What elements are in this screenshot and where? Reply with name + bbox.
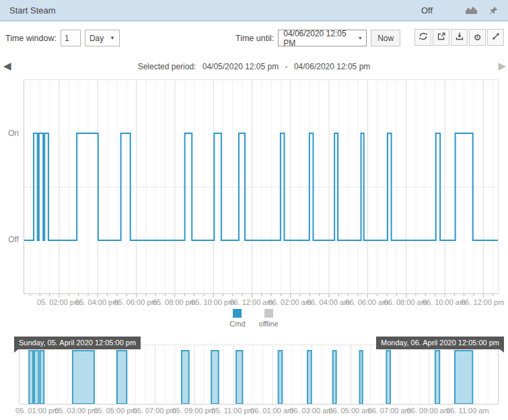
time-until-group: Time until: 04/06/2020 12:05 PM ▾ Now — [235, 30, 400, 46]
x-tick-label: 06. 04:00 am — [307, 298, 350, 306]
period-navigation: ◀ Selected period: 04/05/2020 12:05 pm -… — [0, 59, 508, 75]
legend-swatch-offline — [264, 309, 273, 318]
x-axis-labels: 05. 02:00 pm05. 04:00 pm05. 06:00 pm05. … — [24, 298, 499, 308]
legend-label-cmd: Cmd — [229, 320, 245, 328]
time-window-input[interactable] — [61, 30, 81, 46]
pin-icon[interactable] — [488, 5, 499, 15]
open-external-icon — [437, 32, 446, 44]
x-tick-label: 06. 08:00 am — [384, 298, 427, 306]
toolbar: Time window: Day ▼ Time until: 04/06/202… — [0, 27, 508, 50]
selection-end-tooltip: Monday, 06. April 2020 12:05:00 pm — [376, 337, 504, 349]
time-window-unit-value: Day — [89, 34, 104, 43]
settings-button[interactable]: ⚙ — [469, 29, 486, 46]
next-period-button[interactable]: ▶ — [498, 60, 506, 72]
overview-x-tick-label: 05. 01:00 pm — [15, 407, 59, 415]
x-tick-label: 05. 10:00 pm — [191, 298, 234, 306]
overview-chart-plot[interactable]: Sunday, 05. April 2020 12:05:00 pm Monda… — [19, 345, 499, 405]
time-window-group: Time window: Day ▼ — [5, 30, 120, 46]
selected-period-start: 04/05/2020 12:05 pm — [203, 62, 279, 71]
legend: Cmd offline — [0, 309, 508, 328]
expand-button[interactable] — [487, 29, 504, 46]
overview-x-tick-label: 06. 11:00 am — [446, 407, 488, 415]
legend-swatch-cmd — [233, 309, 242, 318]
chevron-down-icon: ▼ — [110, 35, 115, 41]
x-tick-label: 05. 06:00 pm — [114, 298, 157, 306]
x-tick-label: 06. 06:00 am — [345, 298, 388, 306]
time-until-label: Time until: — [235, 34, 274, 43]
legend-item-cmd[interactable]: Cmd — [229, 309, 245, 328]
chart-action-buttons: ⚙ — [414, 29, 504, 46]
time-window-unit-select[interactable]: Day ▼ — [85, 30, 120, 46]
overview-x-tick-label: 05. 09:00 pm — [172, 407, 215, 415]
chevron-down-icon: ▾ — [359, 35, 361, 41]
time-until-value: 04/06/2020 12:05 PM — [283, 29, 359, 48]
titlebar: Start Steam Off — [0, 0, 508, 22]
refresh-icon — [419, 32, 428, 44]
open-external-button[interactable] — [433, 29, 449, 46]
main-chart-plot[interactable] — [24, 79, 499, 294]
overview-x-tick-label: 06. 07:00 am — [368, 407, 411, 415]
x-tick-label: 06. 12:00 am — [229, 298, 273, 306]
y-axis-label-on: On — [0, 129, 19, 138]
overview-x-tick-label: 06. 05:00 am — [328, 407, 371, 415]
overview-x-axis-labels: 05. 01:00 pm05. 03:00 pm05. 05:00 pm05. … — [19, 407, 499, 416]
time-window-label: Time window: — [5, 34, 57, 43]
refresh-button[interactable] — [414, 29, 431, 46]
area-chart-icon[interactable] — [465, 5, 478, 15]
main-chart-svg — [24, 80, 498, 293]
gear-icon: ⚙ — [474, 33, 482, 42]
download-icon — [455, 32, 464, 44]
x-tick-label: 06. 02:00 am — [268, 298, 312, 306]
expand-icon — [491, 32, 501, 44]
x-tick-label: 06. 12:00 pm — [461, 298, 504, 306]
overview-x-tick-label: 05. 03:00 pm — [55, 407, 98, 415]
selection-start-tooltip: Sunday, 05. April 2020 12:05:00 pm — [14, 337, 141, 349]
x-tick-label: 05. 08:00 pm — [153, 298, 196, 306]
selected-period-separator: - — [285, 62, 288, 71]
selected-period-end: 04/06/2020 12:05 pm — [294, 62, 370, 71]
now-button[interactable]: Now — [371, 30, 400, 46]
page-title: Start Steam — [9, 5, 421, 15]
overview-x-tick-label: 06. 03:00 am — [289, 407, 332, 415]
y-axis-label-off: Off — [0, 235, 19, 244]
time-until-input[interactable]: 04/06/2020 12:05 PM ▾ — [278, 30, 367, 46]
download-button[interactable] — [451, 29, 468, 46]
selected-period-label: Selected period: — [138, 62, 196, 71]
overview-chart-svg — [20, 345, 498, 404]
x-tick-label: 05. 02:00 pm — [37, 298, 80, 306]
legend-label-offline: offline — [259, 320, 279, 328]
x-tick-label: 05. 04:00 pm — [75, 298, 118, 306]
status-value: Off — [421, 5, 433, 15]
overview-x-tick-label: 06. 09:00 am — [407, 407, 450, 415]
overview-x-tick-label: 06. 01:00 am — [250, 407, 293, 415]
overview-x-tick-label: 05. 07:00 pm — [133, 407, 176, 415]
overview-x-tick-label: 05. 05:00 pm — [94, 407, 137, 415]
overview-x-tick-label: 05. 11:00 pm — [211, 407, 254, 415]
legend-item-offline[interactable]: offline — [259, 309, 279, 328]
selected-period: Selected period: 04/05/2020 12:05 pm - 0… — [0, 62, 508, 71]
x-tick-label: 06. 10:00 am — [423, 298, 466, 306]
device-history-panel: Start Steam Off Time window: Day ▼ Time … — [0, 0, 508, 420]
